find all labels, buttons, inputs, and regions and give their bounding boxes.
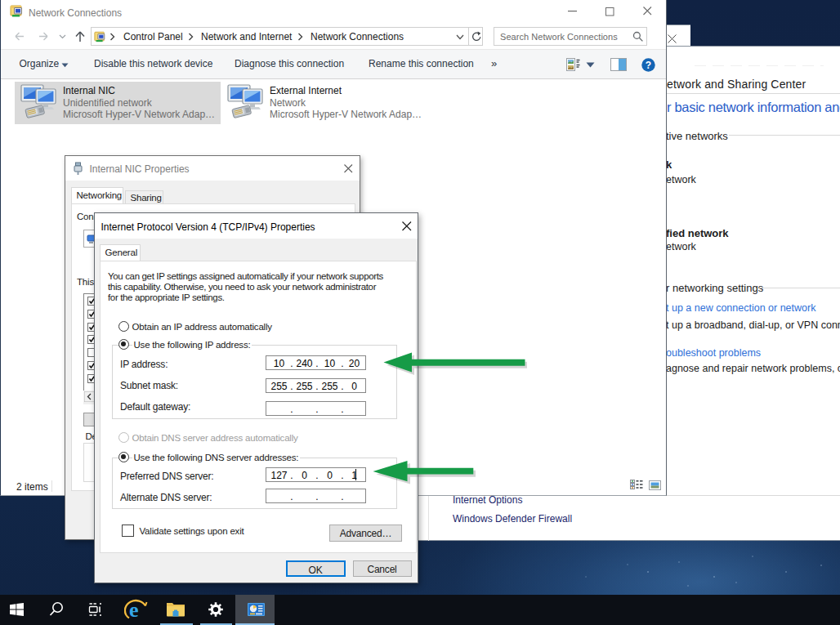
- svg-text:e: e: [129, 598, 139, 622]
- svg-text:?: ?: [646, 60, 651, 71]
